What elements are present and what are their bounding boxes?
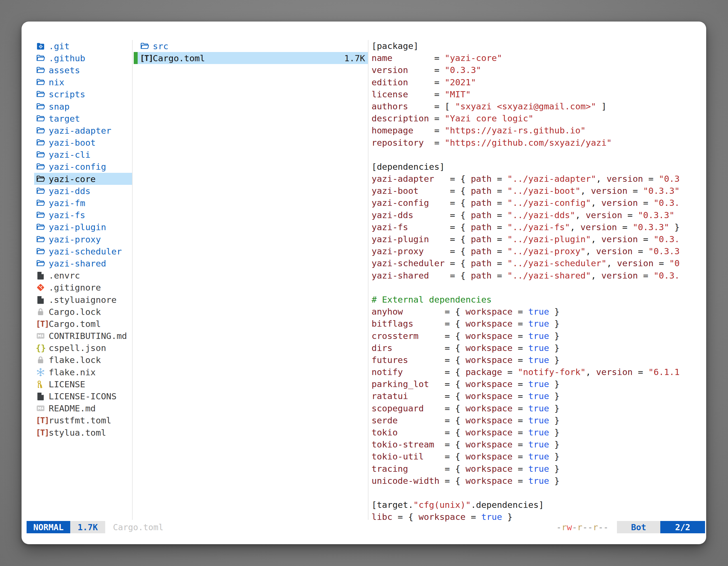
toml-key: version [581,222,617,232]
folder-row[interactable]: snap [34,100,132,112]
file-row[interactable]: [T]rustfmt.toml [34,414,132,426]
file-permissions: -rw-r--r-- [556,521,609,533]
toml-key: yazi-scheduler [372,258,445,268]
code-line: edition = "2021" [372,76,705,88]
code-punctuation: = [513,306,528,316]
file-row[interactable]: [T]Cargo.toml1.7K [134,52,368,64]
toml-boolean: true [528,355,549,365]
code-line: notify = { package = "notify-fork", vers… [372,366,705,378]
toml-boolean: true [528,306,549,316]
folder-row[interactable]: .git [34,40,132,52]
code-punctuation: = [513,464,528,474]
file-row[interactable]: [T]Cargo.toml [34,318,132,330]
code-punctuation: } [502,512,513,522]
file-row[interactable]: .envrc [34,270,132,282]
folder-row[interactable]: assets [34,64,132,76]
folder-row[interactable]: yazi-adapter [34,125,132,137]
file-row[interactable]: {}cspell.json [34,342,132,354]
status-spacer [163,521,556,533]
toml-key: path [471,258,492,268]
toml-key: workspace [466,427,513,437]
folder-row[interactable]: nix [34,76,132,88]
folder-row[interactable]: yazi-boot [34,137,132,149]
code-punctuation: = [513,343,528,353]
code-punctuation: = [513,379,528,389]
code-line: [dependencies] [372,161,705,173]
toml-key: path [471,198,492,208]
current-directory-pane: src[T]Cargo.toml1.7K [134,40,368,64]
code-punctuation: } [549,355,560,365]
toml-string: "notify-fork" [518,367,586,377]
code-punctuation: = [492,198,507,208]
toml-icon: [T] [36,415,49,425]
toml-string: "0.3.3 [648,246,680,256]
folder-row[interactable]: yazi-cli [34,149,132,161]
code-punctuation: , [596,174,607,184]
file-row[interactable]: [T]stylua.toml [34,426,132,438]
folder-row[interactable]: target [34,112,132,125]
folder-row[interactable]: yazi-proxy [34,233,132,245]
code-line [372,149,705,161]
item-label: Cargo.lock [49,307,101,317]
file-row[interactable]: Cargo.lock [34,305,132,318]
file-row[interactable]: .styluaignore [34,293,132,305]
code-punctuation: } [549,331,560,341]
toml-key: authors [372,101,408,111]
toml-string: "../yazi-plugin" [507,234,591,244]
code-punctuation: , [591,271,601,281]
code-punctuation: } [549,439,560,449]
file-row[interactable]: flake.lock [34,354,132,366]
toml-key: notify [372,367,403,377]
toml-string: "sxyazi <sxyazi@gmail.com>" [455,101,596,111]
code-line: name = "yazi-core" [372,52,705,64]
file-row[interactable]: LICENSE-ICONS [34,390,132,402]
folder-row[interactable]: yazi-plugin [34,221,132,233]
code-punctuation: } [669,222,680,232]
file-size: 1.7K [344,53,365,63]
item-label: yazi-core [49,174,96,184]
folder-row[interactable]: src [134,40,368,52]
toml-key: workspace [466,451,513,461]
file-row[interactable]: flake.nix [34,366,132,378]
code-line: [package] [372,40,705,52]
folder-row[interactable]: yazi-fs [34,209,132,221]
code-punctuation: } [549,306,560,316]
toml-string: "../yazi-boot" [507,186,580,196]
toml-key: yazi-proxy [372,246,424,256]
folder-row[interactable]: yazi-scheduler [34,245,132,257]
code-punctuation: = { [419,186,471,196]
file-row[interactable]: README.md [34,402,132,414]
file-row[interactable]: CONTRIBUTING.md [34,330,132,342]
code-punctuation: [target. [372,500,413,510]
folder-row[interactable]: yazi-dds [34,185,132,197]
folder-row[interactable]: scripts [34,88,132,100]
code-punctuation: = [638,198,654,208]
code-punctuation: } [549,464,560,474]
folder-row[interactable]: yazi-config [34,161,132,173]
git-folder-icon [36,41,49,51]
folder-row[interactable]: yazi-fm [34,197,132,209]
yazi-file-manager-window: .git.githubassetsnixscriptssnaptargetyaz… [22,22,706,544]
code-line: scopeguard = { workspace = true } [372,402,705,414]
folder-icon [36,247,49,256]
folder-row[interactable]: yazi-shared [34,257,132,269]
folder-row[interactable]: .github [34,52,132,64]
code-line: crossterm = { workspace = true } [372,330,705,342]
code-punctuation: = [622,210,638,220]
item-label: scripts [49,89,85,99]
code-punctuation: , [591,198,601,208]
folder-row[interactable]: yazi-core [34,173,132,185]
file-row[interactable]: LICENSE [34,378,132,390]
toml-string: "0 [669,258,680,268]
folder-icon [36,114,49,123]
folder-icon [36,53,49,63]
item-label: yazi-cli [49,150,90,160]
code-punctuation: = [408,65,445,75]
pane-divider [368,40,368,520]
code-punctuation: = { [419,331,466,341]
toml-string: "yazi-core" [445,53,502,63]
code-punctuation: ] [596,101,607,111]
toml-boolean: true [528,464,549,474]
file-row[interactable]: .gitignore [34,282,132,293]
item-label: Cargo.toml [153,53,205,63]
